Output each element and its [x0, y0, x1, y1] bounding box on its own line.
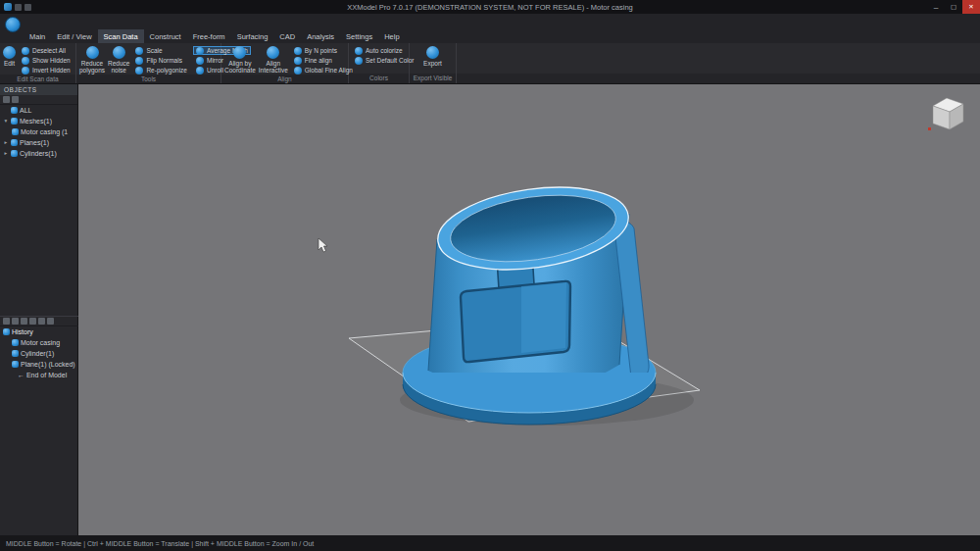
- step-forward-icon[interactable]: [29, 318, 36, 325]
- global-fine-align-button[interactable]: Global Fine Align: [291, 66, 356, 75]
- skip-end-icon[interactable]: [47, 318, 54, 325]
- menu-tab-cad[interactable]: CAD: [273, 29, 301, 43]
- ribbon-group-colors: Auto colorize Set Default Color Colors: [349, 43, 410, 83]
- auto-colorize-icon: [355, 47, 363, 55]
- step-back-icon[interactable]: [21, 318, 27, 325]
- history-item-plane-locked[interactable]: Plane(1) (Locked): [0, 359, 78, 370]
- scale-icon: [135, 47, 143, 55]
- menu-tabs: Main Edit / View Scan Data Construct Fre…: [24, 29, 406, 43]
- menu-tab-scan-data[interactable]: Scan Data: [98, 29, 144, 43]
- group-label-align: Align: [221, 75, 348, 83]
- history-item-motor-casing[interactable]: Motor casing: [0, 337, 78, 348]
- align-interactive-button[interactable]: Align Interactive: [259, 45, 288, 74]
- deselect-all-icon: [22, 47, 29, 55]
- scale-button[interactable]: Scale: [132, 46, 190, 55]
- history-item-cylinder[interactable]: Cylinder(1): [0, 348, 78, 359]
- group-label-export-visible: Export Visible: [410, 74, 456, 83]
- motor-casing-model[interactable]: [403, 176, 656, 425]
- quick-access-icon[interactable]: [15, 4, 22, 11]
- menu-tab-help[interactable]: Help: [378, 29, 405, 43]
- menu-tab-main[interactable]: Main: [24, 29, 51, 43]
- group-label-tools: Tools: [76, 75, 220, 83]
- edit-button[interactable]: Edit: [3, 45, 16, 67]
- reduce-noise-button[interactable]: Reduce noise: [108, 45, 129, 74]
- by-n-points-icon: [294, 47, 302, 55]
- window-title: XXModel Pro 7.0.17 (DEMONSTRATION SYSTEM…: [127, 3, 853, 12]
- fine-align-icon: [294, 57, 302, 65]
- maximize-button[interactable]: ▢: [945, 0, 962, 14]
- menu-tab-free-form[interactable]: Free-form: [187, 29, 231, 43]
- ribbon-empty-area: [457, 43, 980, 83]
- auto-colorize-button[interactable]: Auto colorize: [352, 46, 417, 55]
- export-button[interactable]: Export: [416, 45, 450, 67]
- menu-tab-construct[interactable]: Construct: [144, 29, 187, 43]
- deselect-all-button[interactable]: Deselect All: [19, 46, 74, 55]
- mirror-icon: [196, 57, 204, 65]
- all-objects-icon: [11, 107, 18, 114]
- filter-icon[interactable]: [3, 96, 10, 103]
- expand-open-icon[interactable]: ▾: [3, 116, 9, 126]
- ribbon-group-edit-scan-data: Edit Deselect All Show Hidden Invert Hid…: [0, 43, 76, 83]
- group-label-edit-scan-data: Edit Scan data: [0, 75, 75, 83]
- menu-tab-settings[interactable]: Settings: [340, 29, 378, 43]
- show-hidden-icon: [22, 57, 29, 65]
- quick-access-toolbar: [0, 3, 127, 11]
- history-panel: History Motor casing Cylinder(1) Plane(1…: [0, 316, 78, 380]
- close-button[interactable]: ✕: [962, 0, 980, 14]
- cylinder-icon: [12, 350, 19, 357]
- average-mesh-icon: [196, 47, 204, 55]
- set-default-color-button[interactable]: Set Default Color: [352, 56, 417, 65]
- objects-tree: ALL ▾ Meshes(1) Motor casing (1 ▸ Planes…: [0, 105, 77, 159]
- history-item-end-of-model[interactable]: ← End of Model: [0, 370, 78, 380]
- viewport-3d[interactable]: [78, 84, 980, 535]
- skip-start-icon[interactable]: [38, 318, 45, 325]
- status-bar: MIDDLE Button = Rotate | Ctrl + MIDDLE B…: [0, 535, 980, 551]
- quick-access-icon[interactable]: [24, 4, 31, 11]
- history-header-row[interactable]: History: [0, 326, 78, 337]
- unroll-icon: [196, 67, 204, 75]
- mesh-icon: [12, 128, 19, 135]
- minimize-button[interactable]: ─: [927, 0, 945, 14]
- view-mode-icon[interactable]: [12, 96, 19, 103]
- by-n-points-button[interactable]: By N points: [291, 46, 356, 55]
- reduce-polygons-button[interactable]: Reduce polygons: [79, 45, 105, 74]
- tree-item-meshes[interactable]: ▾ Meshes(1): [0, 116, 77, 126]
- app-logo-icon[interactable]: [5, 17, 21, 32]
- tree-item-cylinders[interactable]: ▸ Cylinders(1): [0, 148, 77, 159]
- invert-hidden-icon: [22, 67, 29, 75]
- export-icon: [426, 46, 439, 59]
- edit-pencil-icon: [3, 46, 16, 59]
- history-list-icon[interactable]: [3, 318, 10, 325]
- app-icon: [4, 3, 12, 11]
- mouse-cursor-icon: [318, 238, 327, 252]
- tree-item-all[interactable]: ALL: [0, 105, 77, 116]
- set-default-color-icon: [355, 57, 363, 65]
- title-bar: XXModel Pro 7.0.17 (DEMONSTRATION SYSTEM…: [0, 0, 980, 14]
- repolygonize-button[interactable]: Re-polygonize: [132, 66, 190, 75]
- history-icon: [3, 328, 10, 335]
- menu-bar: Main Edit / View Scan Data Construct Fre…: [0, 14, 980, 43]
- mouse-hints-text: MIDDLE Button = Rotate | Ctrl + MIDDLE B…: [6, 540, 314, 547]
- expand-closed-icon[interactable]: ▸: [3, 137, 9, 148]
- flip-normals-button[interactable]: Flip Normals: [132, 56, 190, 65]
- ribbon: Edit Deselect All Show Hidden Invert Hid…: [0, 43, 980, 84]
- menu-tab-analysis[interactable]: Analysis: [301, 29, 340, 43]
- fine-align-button[interactable]: Fine align: [291, 56, 356, 65]
- history-tree-icon[interactable]: [12, 318, 19, 325]
- menu-tab-surfacing[interactable]: Surfacing: [231, 29, 274, 43]
- view-cube[interactable]: [928, 98, 963, 130]
- global-fine-align-icon: [294, 67, 302, 75]
- invert-hidden-button[interactable]: Invert Hidden: [19, 66, 74, 75]
- objects-toolbar: [0, 95, 77, 105]
- reduce-noise-icon: [113, 46, 125, 59]
- tree-item-motor-casing[interactable]: Motor casing (1: [0, 126, 77, 137]
- expand-closed-icon[interactable]: ▸: [3, 148, 9, 159]
- menu-tab-edit-view[interactable]: Edit / View: [51, 29, 97, 43]
- axis-indicator-icon: [928, 127, 931, 130]
- reduce-polygons-icon: [86, 46, 99, 59]
- show-hidden-button[interactable]: Show Hidden: [19, 56, 74, 65]
- tree-item-planes[interactable]: ▸ Planes(1): [0, 137, 77, 148]
- scene-canvas: [78, 84, 980, 535]
- plane-icon: [11, 139, 18, 146]
- mesh-icon: [11, 118, 18, 125]
